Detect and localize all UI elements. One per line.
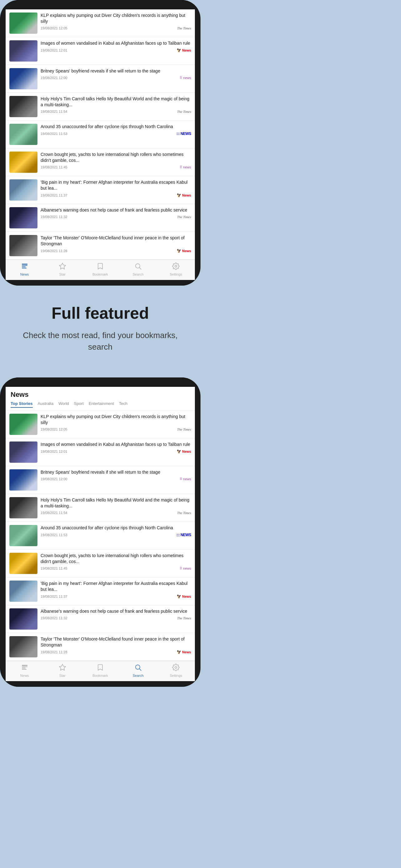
news-meta: 19/08/2021 12:00 ⠿ news xyxy=(41,477,191,481)
news-item[interactable]: Holy Holy's Tim Carroll talks Hello My B… xyxy=(6,494,195,522)
news-title: KLP explains why pumping out Diver City … xyxy=(41,414,191,426)
source-badge: 🦅 News xyxy=(177,193,191,197)
news-meta: 19/08/2021 11:28 🦅 News xyxy=(41,650,191,654)
news-item[interactable]: Britney Spears' boyfriend reveals if she… xyxy=(6,466,195,494)
tab-entertainment[interactable]: Entertainment xyxy=(89,401,114,408)
tab-top-stories[interactable]: Top Stories xyxy=(11,401,33,408)
svg-point-13 xyxy=(175,666,177,668)
nav-item-search[interactable]: Search xyxy=(119,664,157,677)
news-icon xyxy=(21,664,28,673)
news-item[interactable]: 'Big pain in my heart': Former Afghan in… xyxy=(6,578,195,605)
news-meta: 19/08/2021 11:32 The Times xyxy=(41,215,191,219)
promo-subtitle: Check the most read, find your bookmarks… xyxy=(12,330,188,352)
news-item[interactable]: Around 35 unaccounted for after cyclone … xyxy=(6,121,195,148)
news-content: KLP explains why pumping out Diver City … xyxy=(41,12,191,30)
nav-item-bookmark[interactable]: Bookmark xyxy=(81,262,119,276)
news-item[interactable]: 'Big pain in my heart': Former Afghan in… xyxy=(6,176,195,204)
news-content: Britney Spears' boyfriend reveals if she… xyxy=(41,469,191,481)
news-date: 19/08/2021 11:37 xyxy=(41,193,67,197)
star-label: Star xyxy=(59,273,66,276)
nav-item-bookmark[interactable]: Bookmark xyxy=(81,664,119,677)
news-thumbnail xyxy=(9,414,37,435)
news-icon xyxy=(21,262,28,271)
news-item[interactable]: Britney Spears' boyfriend reveals if she… xyxy=(6,65,195,93)
abc-wing-icon: 🦅 xyxy=(177,48,181,53)
abc-label: News xyxy=(182,595,191,598)
news-content: Images of women vandalised in Kabul as A… xyxy=(41,40,191,53)
source-badge: The Times xyxy=(177,428,191,431)
tab-world[interactable]: World xyxy=(58,401,69,408)
news-title: Britney Spears' boyfriend reveals if she… xyxy=(41,68,191,74)
source-badge: The Times xyxy=(177,215,191,219)
news-item[interactable]: Crown bought jets, yachts to lure intern… xyxy=(6,148,195,176)
news-thumbnail xyxy=(9,96,37,117)
svg-rect-8 xyxy=(22,666,28,667)
news-thumbnail xyxy=(9,581,37,602)
nav-item-settings[interactable]: Settings xyxy=(157,664,195,677)
news-list-2: KLP explains why pumping out Diver City … xyxy=(6,410,195,661)
news-meta: 19/08/2021 12:01 🦅 News xyxy=(41,449,191,454)
phone-bottom-bar-2 xyxy=(0,681,201,687)
settings-icon xyxy=(172,664,179,673)
news-content: KLP explains why pumping out Diver City … xyxy=(41,414,191,431)
news-thumbnail xyxy=(9,235,37,256)
search-label: Search xyxy=(133,273,144,276)
news-content: Around 35 unaccounted for after cyclone … xyxy=(41,124,191,136)
settings-label: Settings xyxy=(170,674,182,677)
news-item[interactable]: KLP explains why pumping out Diver City … xyxy=(6,410,195,438)
phone-top-bar-2 xyxy=(0,377,201,387)
search-icon xyxy=(134,262,142,271)
svg-rect-2 xyxy=(22,267,26,267)
svg-rect-3 xyxy=(22,268,27,269)
news-item[interactable]: Around 35 unaccounted for after cyclone … xyxy=(6,522,195,550)
nav-item-news[interactable]: News xyxy=(6,664,43,677)
tab-sport[interactable]: Sport xyxy=(74,401,84,408)
tab-tech[interactable]: Tech xyxy=(119,401,127,408)
screen2-header: News Top StoriesAustraliaWorldSportEnter… xyxy=(6,387,195,410)
star-icon xyxy=(59,262,66,271)
news-meta: 19/08/2021 11:28 🦅 News xyxy=(41,249,191,253)
news-item[interactable]: Taylor 'The Monster' O'Moore-McClelland … xyxy=(6,232,195,260)
tab-australia[interactable]: Australia xyxy=(38,401,54,408)
news-content: Britney Spears' boyfriend reveals if she… xyxy=(41,68,191,80)
news-item[interactable]: Albanese's warning does not help cause o… xyxy=(6,204,195,232)
svg-rect-1 xyxy=(22,265,28,266)
source-badge: The Times xyxy=(177,110,191,114)
news-item[interactable]: Taylor 'The Monster' O'Moore-McClelland … xyxy=(6,633,195,661)
phone-screen-1: KLP explains why pumping out Diver City … xyxy=(6,9,195,280)
nav-item-settings[interactable]: Settings xyxy=(157,262,195,276)
nav-item-news[interactable]: News xyxy=(6,262,43,276)
news-item[interactable]: Crown bought jets, yachts to lure intern… xyxy=(6,550,195,578)
news-title: Albanese's warning does not help cause o… xyxy=(41,207,191,213)
news-content: Crown bought jets, yachts to lure intern… xyxy=(41,553,191,570)
source-badge: 🦅 News xyxy=(177,48,191,53)
news-content: Albanese's warning does not help cause o… xyxy=(41,207,191,219)
news-item[interactable]: Albanese's warning does not help cause o… xyxy=(6,605,195,633)
news-item[interactable]: KLP explains why pumping out Diver City … xyxy=(6,9,195,37)
news-date: 19/08/2021 12:01 xyxy=(41,49,67,52)
news-meta: 19/08/2021 11:54 The Times xyxy=(41,110,191,114)
nav-item-star[interactable]: Star xyxy=(43,262,81,276)
news-item[interactable]: Holy Holy's Tim Carroll talks Hello My B… xyxy=(6,93,195,121)
phone-top-bar xyxy=(0,0,201,9)
news-title: Crown bought jets, yachts to lure intern… xyxy=(41,152,191,163)
news-date: 19/08/2021 11:37 xyxy=(41,595,67,598)
news-title: Around 35 unaccounted for after cyclone … xyxy=(41,124,191,130)
news-title: Taylor 'The Monster' O'Moore-McClelland … xyxy=(41,636,191,648)
news-date: 19/08/2021 11:32 xyxy=(41,215,67,219)
news-meta: 19/08/2021 11:37 🦅 News xyxy=(41,193,191,197)
svg-line-5 xyxy=(140,268,141,270)
svg-rect-10 xyxy=(22,669,27,670)
news-thumbnail xyxy=(9,152,37,173)
news-thumbnail xyxy=(9,553,37,574)
abc-wing-icon: 🦅 xyxy=(177,449,181,454)
svg-point-11 xyxy=(136,665,140,669)
news-content: Crown bought jets, yachts to lure intern… xyxy=(41,152,191,169)
news-date: 19/08/2021 11:28 xyxy=(41,249,67,253)
source-badge: 🦅 News xyxy=(177,650,191,654)
nav-item-star[interactable]: Star xyxy=(43,664,81,677)
news-date: 19/08/2021 11:28 xyxy=(41,650,67,654)
news-item[interactable]: Images of women vandalised in Kabul as A… xyxy=(6,37,195,65)
news-item[interactable]: Images of women vandalised in Kabul as A… xyxy=(6,438,195,466)
nav-item-search[interactable]: Search xyxy=(119,262,157,276)
